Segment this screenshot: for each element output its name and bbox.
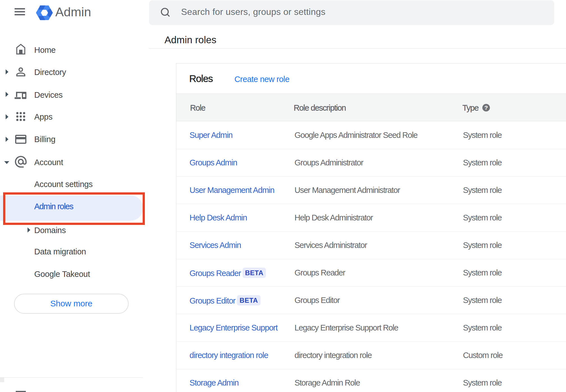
svg-text:?: ? (484, 104, 488, 111)
